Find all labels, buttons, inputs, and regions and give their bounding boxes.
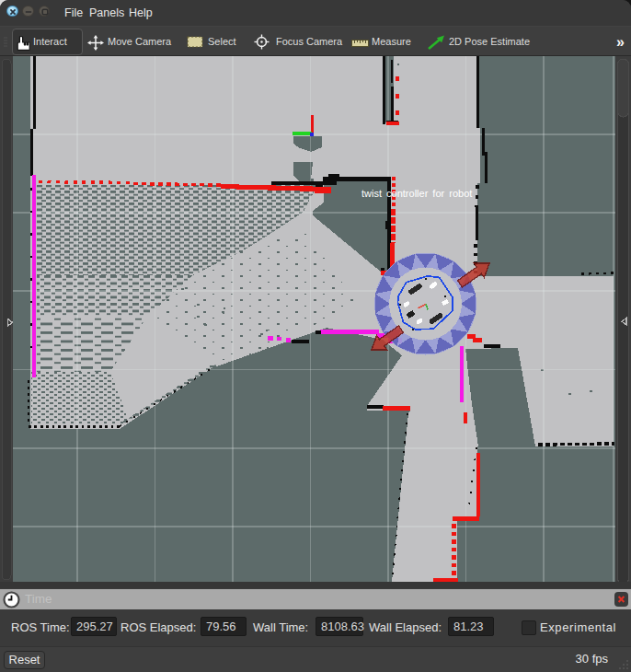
svg-text:twist controller for robot: twist controller for robot bbox=[361, 188, 472, 199]
